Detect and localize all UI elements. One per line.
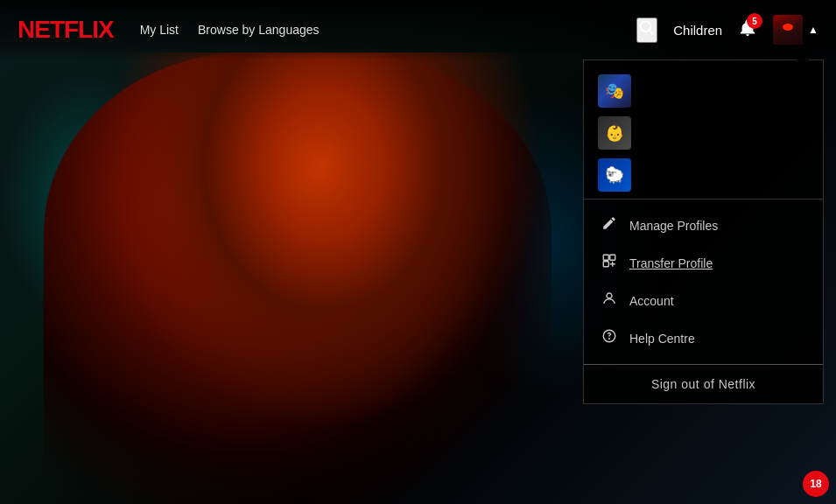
pencil-icon [600, 215, 619, 235]
avatar-image [773, 15, 803, 45]
caret-up-icon: ▲ [808, 24, 818, 36]
account-item[interactable]: Account [584, 282, 823, 319]
children-button[interactable]: Children [673, 23, 722, 38]
profile-avatar [773, 15, 803, 45]
transfer-profile-label: Transfer Profile [629, 256, 713, 270]
transfer-profile-item[interactable]: Transfer Profile [584, 244, 823, 282]
man-figure [44, 52, 551, 504]
signout-button[interactable]: Sign out of Netflix [600, 377, 807, 391]
notification-badge: 5 [747, 13, 762, 29]
age-badge: 18 [803, 471, 829, 497]
svg-point-5 [607, 293, 612, 298]
dropdown-profiles [584, 60, 823, 200]
account-label: Account [629, 294, 674, 308]
profile-area[interactable]: ▲ [773, 15, 818, 45]
profile-item-1[interactable] [598, 74, 809, 108]
profile-item-3[interactable] [598, 158, 809, 192]
profile-thumb-1 [598, 74, 631, 108]
transfer-icon [600, 253, 619, 273]
search-icon [638, 19, 656, 37]
navbar: NETFLIX My List Browse by Languages Chil… [0, 0, 836, 60]
nav-item-mylist[interactable]: My List [140, 23, 179, 37]
svg-point-0 [641, 21, 651, 32]
profile-thumb-2 [598, 116, 631, 150]
nav-right: Children 5 ▲ [636, 15, 818, 45]
signout-section: Sign out of Netflix [584, 364, 823, 403]
dropdown-menu: Manage Profiles Transfer Profile [583, 60, 824, 404]
help-centre-item[interactable]: Help Centre [584, 319, 823, 357]
person-icon [600, 290, 619, 311]
search-button[interactable] [636, 18, 657, 43]
nav-item-languages[interactable]: Browse by Languages [198, 23, 320, 37]
profile-item-2[interactable] [598, 116, 809, 150]
nav-links: My List Browse by Languages [140, 23, 637, 37]
profile-thumb-3 [598, 158, 631, 192]
svg-rect-4 [603, 262, 608, 267]
manage-profiles-item[interactable]: Manage Profiles [584, 206, 823, 244]
help-centre-label: Help Centre [629, 332, 695, 346]
help-icon [600, 328, 619, 348]
netflix-logo: NETFLIX [18, 16, 114, 44]
notification-button[interactable]: 5 [738, 18, 757, 41]
svg-rect-2 [603, 255, 608, 260]
svg-rect-3 [610, 255, 615, 260]
dropdown-caret [796, 52, 810, 61]
dropdown-items: Manage Profiles Transfer Profile [584, 200, 823, 364]
manage-profiles-label: Manage Profiles [629, 219, 718, 233]
svg-line-1 [650, 30, 654, 34]
svg-point-7 [609, 339, 610, 340]
